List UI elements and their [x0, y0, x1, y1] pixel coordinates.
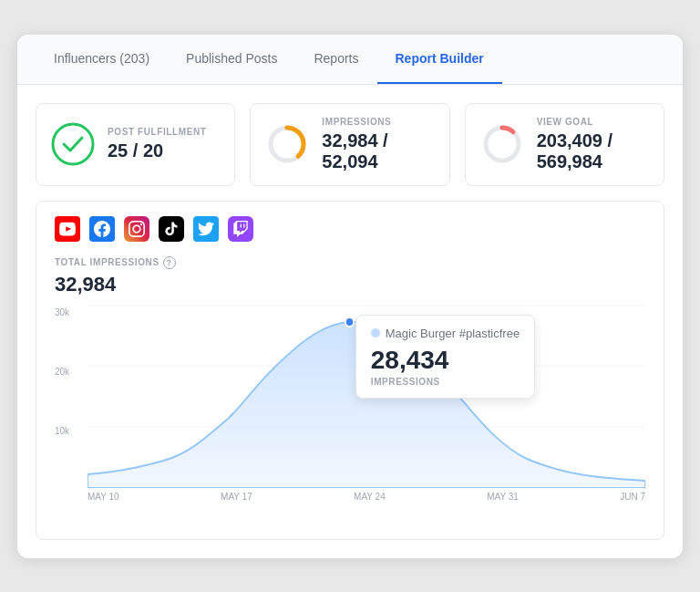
tooltip-value: 28,434 — [371, 346, 520, 375]
tab-report-builder[interactable]: Report Builder — [377, 35, 502, 84]
y-label-30k: 30k — [55, 307, 69, 317]
tooltip-dot — [371, 328, 380, 338]
impressions-icon — [265, 122, 309, 166]
chart-header: TOTAL IMPRESSIONS ? 32,984 — [55, 256, 645, 296]
y-label-20k: 20k — [55, 367, 69, 377]
chart-section: TOTAL IMPRESSIONS ? 32,984 30k 20k 10k — [36, 201, 664, 540]
x-label-may31: MAY 31 — [487, 492, 519, 502]
x-axis: MAY 10 MAY 17 MAY 24 MAY 31 JUN 7 — [88, 492, 645, 502]
y-label-10k: 10k — [55, 426, 69, 436]
twitch-icon[interactable] — [228, 216, 253, 242]
info-icon[interactable]: ? — [163, 256, 176, 269]
x-label-may17: MAY 17 — [221, 492, 252, 502]
facebook-icon[interactable] — [89, 216, 115, 242]
chart-total: 32,984 — [55, 273, 645, 296]
twitter-icon[interactable] — [193, 216, 219, 242]
view-goal-icon — [480, 122, 524, 166]
chart-plot-area: Magic Burger #plasticfree 28,434 IMPRESS… — [88, 306, 645, 488]
svg-point-0 — [53, 124, 93, 164]
kpi-impressions: IMPRESSIONS 32,984 / 52,094 — [250, 103, 449, 186]
kpi-post-fulfillment-value: 25 / 20 — [108, 140, 206, 161]
instagram-icon[interactable] — [124, 216, 149, 242]
kpi-view-goal-label: VIEW GOAL — [537, 117, 649, 127]
chart-label: TOTAL IMPRESSIONS ? — [55, 256, 645, 269]
kpi-impressions-value: 32,984 / 52,094 — [322, 130, 434, 172]
tooltip-sublabel: IMPRESSIONS — [371, 377, 520, 387]
svg-point-9 — [345, 317, 354, 327]
tooltip-title-text: Magic Burger #plasticfree — [386, 327, 520, 340]
main-card: Influencers (203) Published Posts Report… — [17, 35, 683, 558]
chart-tooltip: Magic Burger #plasticfree 28,434 IMPRESS… — [355, 315, 535, 399]
tab-published-posts[interactable]: Published Posts — [168, 35, 295, 84]
x-label-may24: MAY 24 — [354, 492, 386, 502]
x-label-jun7: JUN 7 — [620, 492, 645, 502]
kpi-impressions-label: IMPRESSIONS — [322, 117, 434, 127]
x-label-may10: MAY 10 — [88, 492, 119, 502]
kpi-post-fulfillment-label: POST FULFILLMENT — [108, 127, 206, 137]
tab-bar: Influencers (203) Published Posts Report… — [17, 35, 683, 85]
kpi-row: POST FULFILLMENT 25 / 20 IMPRESSIONS 32,… — [17, 85, 683, 201]
chart-container: 30k 20k 10k — [55, 306, 645, 524]
kpi-view-goal-value: 203,409 / 569,984 — [537, 130, 649, 172]
kpi-view-goal: VIEW GOAL 203,409 / 569,984 — [465, 103, 664, 186]
kpi-post-fulfillment: POST FULFILLMENT 25 / 20 — [36, 103, 235, 186]
tab-influencers[interactable]: Influencers (203) — [36, 35, 168, 84]
tab-reports[interactable]: Reports — [295, 35, 376, 84]
tiktok-icon[interactable] — [159, 216, 184, 242]
post-fulfillment-icon — [51, 122, 95, 166]
youtube-icon[interactable] — [55, 216, 80, 242]
social-icons-row — [55, 216, 645, 242]
